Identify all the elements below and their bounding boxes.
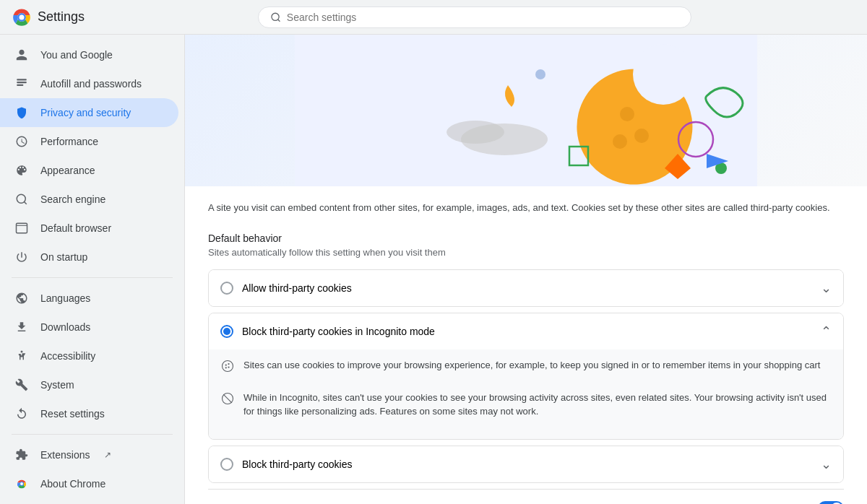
sidebar-label-privacy: Privacy and security [40,107,131,118]
search-engine-icon [14,192,29,207]
sidebar-item-search-engine[interactable]: Search engine [0,185,178,214]
power-icon [14,250,29,264]
svg-point-17 [613,134,627,149]
svg-rect-4 [17,82,27,83]
person-icon [14,48,29,62]
sidebar-label-appearance: Appearance [40,165,95,176]
option-block-incognito-label: Block third-party cookies in Incognito m… [242,326,435,337]
cookie-illustration [185,35,867,186]
option-block-incognito-expanded: Sites can use cookies to improve your br… [209,349,843,439]
sidebar-item-default-browser[interactable]: Default browser [0,214,178,243]
sidebar-item-reset-settings[interactable]: Reset settings [0,399,178,428]
globe-icon [14,291,29,305]
svg-point-2 [271,13,278,20]
sidebar-item-you-and-google[interactable]: You and Google [0,40,178,69]
sidebar-item-on-startup[interactable]: On startup [0,243,178,271]
cookie-icon [220,359,235,373]
cookie-description: A site you visit can embed content from … [208,201,844,215]
option-block-all-radio[interactable] [220,458,233,471]
sidebar-label-autofill: Autofill and passwords [40,78,142,90]
section-subtitle: Sites automatically follow this setting … [208,247,844,258]
sidebar-label-you-and-google: You and Google [40,49,113,61]
svg-point-1 [20,14,25,19]
app-header: Settings [0,0,867,35]
svg-point-25 [225,364,227,365]
accessibility-icon [14,349,29,363]
sidebar-item-performance[interactable]: Performance [0,127,178,156]
svg-point-16 [634,129,649,143]
main-layout: You and Google Autofill and passwords Pr… [0,35,867,504]
search-icon [270,12,281,23]
chrome-about-icon [14,477,29,491]
svg-line-30 [223,394,232,403]
gauge-icon [14,134,29,149]
option-allow-radio[interactable] [220,282,233,295]
sidebar-item-downloads[interactable]: Downloads [0,313,178,342]
sidebar: You and Google Autofill and passwords Pr… [0,35,185,504]
expanded-text-2: While in Incognito, sites can't use your… [243,391,832,419]
option-allow-left: Allow third-party cookies [220,282,352,295]
sidebar-label-about-chrome: About Chrome [40,478,105,490]
chrome-logo-icon [12,7,32,27]
option-block-incognito-radio[interactable] [220,325,233,338]
sidebar-item-autofill[interactable]: Autofill and passwords [0,69,178,98]
svg-point-13 [535,69,545,79]
svg-point-14 [633,44,694,105]
svg-point-10 [20,482,23,485]
option-block-all-chevron: ⌄ [821,456,832,472]
svg-rect-3 [17,79,27,80]
svg-rect-5 [17,84,23,86]
sidebar-divider-1 [12,277,173,278]
dnt-toggle[interactable] [818,501,844,505]
sidebar-item-system[interactable]: System [0,370,178,399]
option-block-incognito-chevron: ⌃ [821,323,832,339]
sidebar-label-languages: Languages [40,292,90,304]
sidebar-label-search-engine: Search engine [40,194,105,205]
sidebar-item-appearance[interactable]: Appearance [0,156,178,185]
svg-point-28 [225,367,227,368]
sidebar-label-system: System [40,379,74,391]
content-area: A site you visit can embed content from … [185,35,867,504]
section-title: Default behavior [208,233,844,244]
sidebar-item-privacy[interactable]: Privacy and security [0,98,178,127]
sidebar-label-extensions: Extensions [40,449,90,461]
expanded-item-2: While in Incognito, sites can't use your… [220,382,832,427]
svg-rect-7 [17,223,27,233]
sidebar-item-extensions[interactable]: Extensions ↗ [0,440,178,469]
browser-icon [14,221,29,235]
option-block-incognito: Block third-party cookies in Incognito m… [208,313,844,440]
shield-icon [14,105,29,120]
svg-point-27 [228,366,229,368]
option-block-incognito-header[interactable]: Block third-party cookies in Incognito m… [209,313,843,349]
sidebar-item-languages[interactable]: Languages [0,284,178,313]
svg-point-24 [223,360,233,371]
search-bar[interactable] [258,6,691,28]
svg-point-26 [228,362,229,364]
expanded-text-1: Sites can use cookies to improve your br… [243,358,820,373]
option-allow-chevron: ⌄ [821,280,832,296]
svg-point-23 [447,121,504,144]
option-block-all-left: Block third-party cookies [220,458,353,471]
reset-icon [14,407,29,421]
sidebar-item-accessibility[interactable]: Accessibility [0,342,178,370]
sidebar-label-performance: Performance [40,136,98,147]
option-allow-header[interactable]: Allow third-party cookies ⌄ [209,270,843,306]
sidebar-label-accessibility: Accessibility [40,350,95,362]
sidebar-item-about-chrome[interactable]: About Chrome [0,469,178,498]
sidebar-label-reset-settings: Reset settings [40,408,105,420]
autofill-icon [14,77,29,91]
svg-point-8 [21,351,23,353]
default-behavior-section: Default behavior Sites automatically fol… [208,233,844,505]
app-title: Settings [38,9,85,25]
option-allow: Allow third-party cookies ⌄ [208,269,844,307]
sidebar-divider-2 [12,434,173,435]
option-block-all: Block third-party cookies ⌄ [208,446,844,483]
logo-area: Settings [12,7,85,27]
option-block-all-header[interactable]: Block third-party cookies ⌄ [209,446,843,482]
content-body: A site you visit can embed content from … [185,186,867,504]
palette-icon [14,163,29,178]
external-link-icon: ↗ [104,450,111,460]
sidebar-label-default-browser: Default browser [40,222,111,234]
svg-point-15 [620,107,634,121]
search-input[interactable] [287,12,679,23]
